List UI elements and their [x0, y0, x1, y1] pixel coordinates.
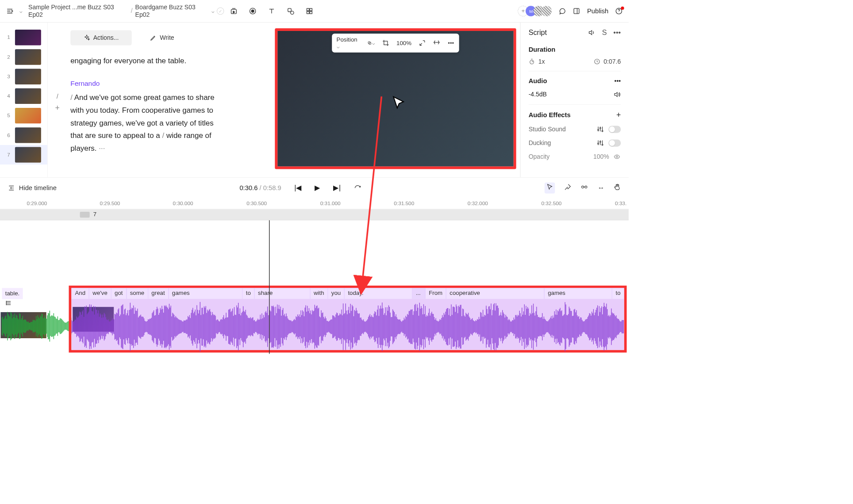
word-token[interactable]: games [544, 288, 612, 299]
ellipsis-icon[interactable]: ··· [99, 144, 105, 153]
publish-button[interactable]: Publish [587, 8, 608, 15]
add-effect-icon[interactable]: + [616, 111, 621, 120]
hresize-tool-icon[interactable]: ↔ [597, 183, 604, 192]
studio-sound-toggle[interactable] [608, 126, 621, 133]
svg-rect-321 [239, 314, 239, 340]
scene-thumb-selected[interactable]: 7 [0, 145, 47, 164]
flip-icon[interactable] [433, 39, 440, 47]
svg-rect-665 [519, 316, 519, 338]
scene-thumb[interactable]: 3 [0, 67, 47, 86]
panel-toggle-icon[interactable] [573, 7, 580, 15]
thumbnail-image [15, 127, 41, 143]
svg-rect-418 [318, 309, 318, 345]
scene-thumb[interactable]: 2 [0, 47, 47, 67]
word-token[interactable]: got [111, 288, 127, 299]
zoom-level[interactable]: 100% [396, 40, 411, 46]
media-library-icon[interactable] [230, 7, 238, 15]
svg-rect-558 [431, 312, 432, 342]
crop-icon[interactable] [382, 39, 389, 47]
speaker-volume-icon[interactable] [613, 91, 621, 99]
scene-thumb[interactable]: 4 [0, 86, 47, 106]
prev-clip-waveform[interactable] [0, 308, 74, 344]
position-dropdown[interactable]: Position ⌵ [337, 36, 360, 50]
expand-icon[interactable] [419, 39, 426, 47]
script-s-icon[interactable]: S [602, 28, 607, 37]
playhead[interactable] [269, 220, 269, 354]
svg-rect-700 [547, 321, 547, 332]
word-token[interactable]: we've [89, 288, 111, 299]
shapes-icon[interactable] [287, 7, 295, 15]
track-align-icon[interactable] [5, 300, 12, 308]
word-token[interactable]: cooperative [446, 288, 544, 299]
sliders-icon[interactable] [597, 139, 604, 147]
link-tool-icon[interactable] [580, 183, 588, 192]
svg-rect-465 [356, 308, 356, 345]
write-button[interactable]: Write [137, 31, 187, 46]
word-token[interactable]: And [71, 288, 89, 299]
editor-body[interactable]: Actions... Write engaging for everyone a… [67, 23, 275, 177]
add-line-icon[interactable]: + [48, 103, 67, 113]
word-token[interactable]: great [148, 288, 168, 299]
svg-rect-379 [286, 313, 286, 340]
svg-rect-117 [73, 322, 73, 332]
duration-value[interactable]: 0:07.6 [594, 58, 621, 65]
breadcrumb-project[interactable]: Sample Project ...me Buzz S03 Ep02 [28, 4, 128, 18]
audio-gain-value[interactable]: -4.5dB [529, 91, 547, 98]
svg-rect-84 [49, 313, 49, 339]
ducking-toggle[interactable] [608, 139, 621, 146]
sliders-icon[interactable] [597, 126, 604, 134]
transcript-text[interactable]: engaging for everyone at the table. Fern… [70, 54, 220, 155]
breadcrumb-composition[interactable]: Boardgame Buzz S03 Ep02 ⌵ [135, 4, 215, 18]
blade-tool-icon[interactable] [564, 183, 571, 193]
hide-timeline-button[interactable]: Hide timeline [8, 184, 57, 191]
timeline-body[interactable]: table. And we've got some great games to… [0, 220, 629, 354]
playback-speed[interactable]: 1x [529, 58, 545, 65]
svg-rect-58 [28, 321, 28, 331]
more-icon[interactable]: ••• [613, 28, 621, 37]
word-token[interactable]: games [169, 288, 242, 299]
word-token[interactable]: to [612, 288, 624, 299]
word-gap[interactable]: ... [412, 288, 425, 299]
svg-rect-163 [111, 321, 111, 332]
collaborator-avatars[interactable]: + M [521, 6, 552, 16]
scene-thumb[interactable]: 6 [0, 126, 47, 145]
word-token-prev[interactable]: table. [2, 288, 23, 299]
select-tool-icon[interactable] [545, 182, 555, 193]
word-token[interactable]: some [127, 288, 148, 299]
svg-rect-169 [115, 314, 116, 339]
more-icon[interactable]: ••• [615, 77, 621, 84]
clip-grip-handle[interactable] [80, 212, 90, 218]
comments-icon[interactable] [558, 7, 566, 15]
app-logo-icon[interactable] [6, 7, 14, 15]
word-token[interactable]: From [425, 288, 446, 299]
svg-rect-156 [105, 314, 105, 339]
project-menu-chevron[interactable]: ⌵ [19, 8, 23, 14]
svg-rect-146 [96, 310, 97, 344]
scene-thumb[interactable]: 1 [0, 28, 47, 47]
word-token[interactable]: to [242, 288, 254, 299]
svg-rect-267 [195, 309, 196, 344]
help-icon[interactable] [615, 7, 623, 15]
hand-tool-icon[interactable] [614, 183, 621, 193]
status-check-icon[interactable]: ✓ [217, 8, 224, 15]
svg-rect-317 [235, 315, 236, 338]
visibility-icon[interactable] [613, 153, 621, 161]
opacity-value[interactable]: 100% [593, 153, 609, 160]
svg-rect-509 [392, 317, 392, 336]
svg-rect-392 [296, 317, 297, 336]
actions-button[interactable]: Actions... [70, 31, 132, 46]
scene-break-marker[interactable]: / [48, 92, 67, 100]
more-icon[interactable]: ••• [447, 39, 454, 47]
speaker-label[interactable]: Fernando [70, 77, 220, 89]
scene-thumb[interactable]: 5 [0, 106, 47, 126]
svg-rect-218 [155, 315, 156, 339]
svg-rect-708 [553, 318, 554, 336]
record-icon[interactable] [249, 7, 257, 15]
templates-icon[interactable] [305, 7, 313, 15]
text-tool-icon[interactable] [268, 7, 276, 15]
audio-waveform-track[interactable] [71, 299, 624, 350]
layer-dropdown-icon[interactable]: ⌵ [367, 39, 375, 47]
speaker-volume-icon[interactable] [588, 29, 596, 37]
svg-rect-492 [378, 305, 378, 348]
svg-rect-606 [470, 320, 471, 334]
